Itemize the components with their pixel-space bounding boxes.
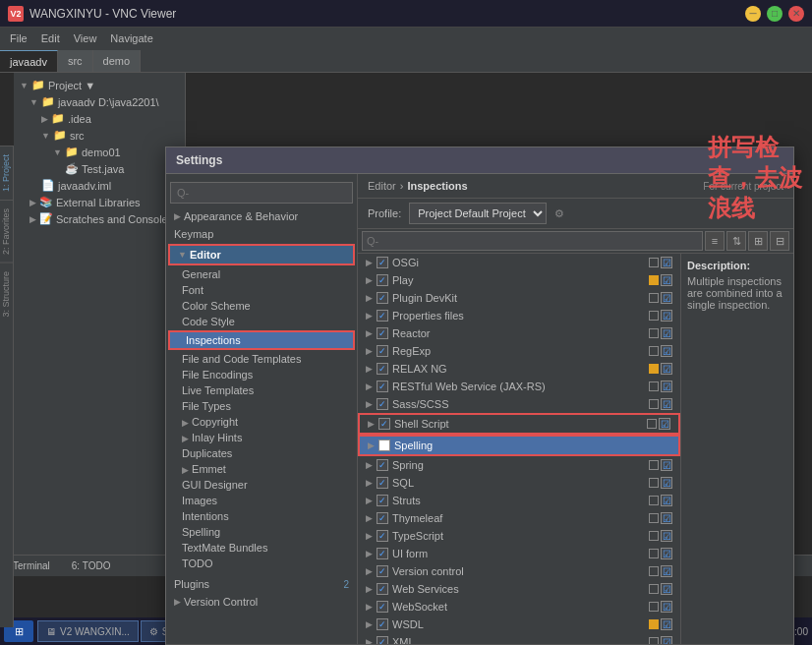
- insp-properties[interactable]: ▶ ✓ Properties files ☑: [358, 307, 680, 324]
- menu-edit[interactable]: Edit: [35, 30, 66, 46]
- settings-search-input[interactable]: [170, 182, 353, 204]
- nav-version-control[interactable]: ▶ Version Control: [166, 593, 357, 611]
- check-typescript[interactable]: ✓: [377, 530, 388, 542]
- check-struts[interactable]: ✓: [377, 495, 388, 506]
- side-label-structure[interactable]: 3: Structure: [0, 263, 13, 325]
- nav-inspections[interactable]: Inspections: [170, 332, 353, 348]
- check-reactor[interactable]: ✓: [377, 327, 388, 339]
- nav-file-types[interactable]: File Types: [166, 398, 357, 414]
- columns-button[interactable]: ⊟: [770, 231, 789, 251]
- check-websocket[interactable]: ✓: [377, 601, 388, 613]
- nav-appearance[interactable]: ▶ Appearance & Behavior: [166, 207, 357, 225]
- insp-spring[interactable]: ▶ ✓ Spring ☑: [358, 456, 680, 474]
- check-spelling[interactable]: [378, 440, 390, 451]
- nav-todo[interactable]: TODO: [166, 556, 357, 571]
- insp-play[interactable]: ▶ ✓ Play ☑: [358, 271, 680, 289]
- nav-file-code-templates[interactable]: File and Code Templates: [166, 351, 357, 367]
- close-button[interactable]: ✕: [788, 6, 804, 22]
- insp-webservices[interactable]: ▶ ✓ Web Services ☑: [358, 580, 680, 598]
- nav-spelling[interactable]: Spelling: [166, 524, 357, 540]
- tree-testjava[interactable]: ☕ Test.java: [14, 160, 185, 177]
- nav-file-encodings[interactable]: File Encodings: [166, 367, 357, 382]
- check-uiform[interactable]: ✓: [377, 548, 388, 559]
- nav-keymap[interactable]: Keymap: [166, 225, 357, 243]
- tree-iml[interactable]: 📄 javaadv.iml: [14, 177, 185, 194]
- nav-editor[interactable]: ▼ Editor: [170, 246, 353, 264]
- insp-websocket[interactable]: ▶ ✓ WebSocket ☑: [358, 598, 680, 616]
- check-shell[interactable]: ✓: [378, 418, 390, 430]
- check-relaxng[interactable]: ✓: [377, 363, 388, 375]
- menu-file[interactable]: File: [4, 30, 33, 46]
- tab-src[interactable]: src: [58, 50, 93, 72]
- check-versioncontrol[interactable]: ✓: [377, 565, 388, 577]
- nav-emmet[interactable]: ▶ Emmet: [166, 461, 357, 477]
- tree-src[interactable]: ▼ 📁 src: [14, 127, 185, 144]
- nav-images[interactable]: Images: [166, 493, 357, 508]
- nav-plugins[interactable]: Plugins 2: [166, 575, 357, 593]
- insp-xml[interactable]: ▶ ✓ XML ☑: [358, 633, 680, 644]
- expand-button[interactable]: ⊞: [748, 231, 768, 251]
- tree-project[interactable]: ▼ 📁 Project ▼: [14, 77, 185, 93]
- check-sass[interactable]: ✓: [377, 398, 388, 410]
- menu-view[interactable]: View: [68, 30, 103, 46]
- check-xml[interactable]: ✓: [377, 636, 388, 644]
- check-properties[interactable]: ✓: [377, 310, 388, 322]
- nav-copyright[interactable]: ▶ Copyright: [166, 414, 357, 430]
- tab-todo[interactable]: 6: TODO: [63, 557, 120, 574]
- check-play[interactable]: ✓: [377, 274, 388, 286]
- nav-general[interactable]: General: [166, 266, 357, 282]
- check-webservices[interactable]: ✓: [377, 583, 388, 595]
- insp-thymeleaf[interactable]: ▶ ✓ Thymeleaf ☑: [358, 509, 680, 527]
- nav-intentions[interactable]: Intentions: [166, 508, 357, 524]
- minimize-button[interactable]: ─: [745, 6, 761, 22]
- tree-demo01[interactable]: ▼ 📁 demo01: [14, 144, 185, 160]
- insp-uiform[interactable]: ▶ ✓ UI form ☑: [358, 545, 680, 562]
- nav-gui-designer[interactable]: GUI Designer: [166, 477, 357, 493]
- tree-scratches[interactable]: ▶ 📝 Scratches and Console: [14, 210, 185, 227]
- insp-regexp[interactable]: ▶ ✓ RegExp ☑: [358, 342, 680, 360]
- check-restful[interactable]: ✓: [377, 381, 388, 392]
- insp-wsdl[interactable]: ▶ ✓ WSDL ☑: [358, 616, 680, 633]
- nav-code-style[interactable]: Code Style: [166, 314, 357, 329]
- taskbar-vnc[interactable]: 🖥 V2 WANGXIN...: [37, 620, 139, 642]
- insp-typescript[interactable]: ▶ ✓ TypeScript ☑: [358, 527, 680, 545]
- tab-demo[interactable]: demo: [93, 50, 142, 72]
- nav-live-templates[interactable]: Live Templates: [166, 382, 357, 398]
- insp-plugin-devkit[interactable]: ▶ ✓ Plugin DevKit ☑: [358, 289, 680, 307]
- nav-font[interactable]: Font: [166, 282, 357, 298]
- insp-osgi[interactable]: ▶ ✓ OSGi ☑: [358, 254, 680, 271]
- insp-restful[interactable]: ▶ ✓ RESTful Web Service (JAX-RS) ☑: [358, 378, 680, 395]
- gear-icon[interactable]: ⚙: [554, 207, 564, 220]
- insp-spelling[interactable]: ▶ Spelling: [360, 437, 678, 454]
- insp-sass[interactable]: ▶ ✓ Sass/SCSS ☑: [358, 395, 680, 413]
- side-label-project[interactable]: 1: Project: [0, 146, 13, 200]
- menu-navigate[interactable]: Navigate: [104, 30, 158, 46]
- insp-struts[interactable]: ▶ ✓ Struts ☑: [358, 492, 680, 509]
- sort-button[interactable]: ⇅: [726, 231, 746, 251]
- maximize-button[interactable]: □: [767, 6, 783, 22]
- insp-sql[interactable]: ▶ ✓ SQL ☑: [358, 474, 680, 492]
- tree-external-libs[interactable]: ▶ 📚 External Libraries: [14, 194, 185, 210]
- nav-inlay-hints[interactable]: ▶ Inlay Hints: [166, 430, 357, 445]
- tree-idea[interactable]: ▶ 📁 .idea: [14, 110, 185, 127]
- nav-color-scheme[interactable]: Color Scheme: [166, 298, 357, 314]
- check-sql[interactable]: ✓: [377, 477, 388, 489]
- check-plugin[interactable]: ✓: [377, 292, 388, 304]
- nav-duplicates[interactable]: Duplicates: [166, 445, 357, 461]
- insp-reactor[interactable]: ▶ ✓ Reactor ☑: [358, 324, 680, 342]
- nav-textmate[interactable]: TextMate Bundles: [166, 540, 357, 556]
- filter-button[interactable]: ≡: [705, 231, 725, 251]
- insp-versioncontrol[interactable]: ▶ ✓ Version control ☑: [358, 562, 680, 580]
- check-wsdl[interactable]: ✓: [377, 618, 388, 630]
- check-thymeleaf[interactable]: ✓: [377, 512, 388, 524]
- profile-select[interactable]: Project Default Project: [409, 203, 547, 224]
- window-controls[interactable]: ─ □ ✕: [745, 6, 804, 22]
- check-osgi[interactable]: ✓: [377, 257, 388, 268]
- inspection-search-input[interactable]: [362, 231, 703, 251]
- side-label-favorites[interactable]: 2: Favorites: [0, 200, 13, 263]
- check-spring[interactable]: ✓: [377, 459, 388, 471]
- tab-javaadv[interactable]: javaadv: [0, 50, 58, 72]
- tree-javaadv[interactable]: ▼ 📁 javaadv D:\java2201\: [14, 93, 185, 110]
- insp-shell[interactable]: ▶ ✓ Shell Script ☑: [360, 415, 678, 433]
- check-regexp[interactable]: ✓: [377, 345, 388, 357]
